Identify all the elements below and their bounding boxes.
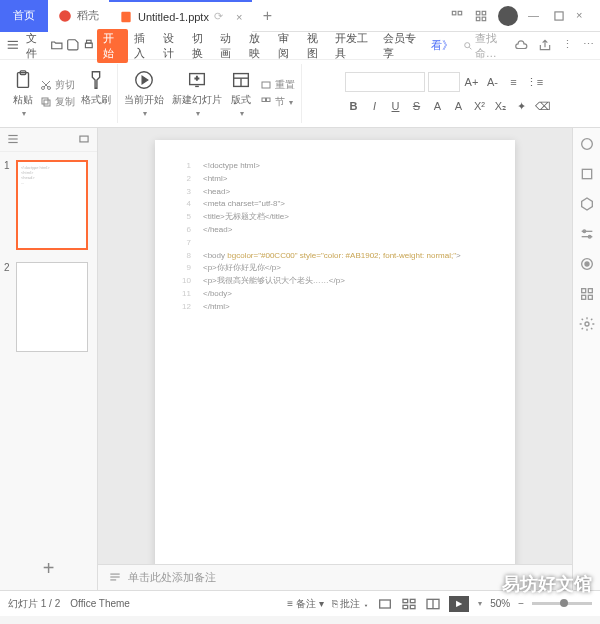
font-size-select[interactable] [428,72,460,92]
highlight-button[interactable]: A [450,97,468,115]
zoom-thumb[interactable] [560,599,568,607]
menu-view[interactable]: 视图 [303,29,330,63]
font-color-button[interactable]: A [429,97,447,115]
hamburger-icon[interactable] [6,38,20,54]
object-panel-icon[interactable] [579,196,595,212]
toolbar: 粘贴▾ 剪切 复制 格式刷 当前开始▾ + 新建幻灯片▾ 版式 [0,60,600,128]
effects-button[interactable]: ✦ [513,97,531,115]
outline-icon[interactable] [6,132,20,148]
apps-icon[interactable] [474,9,488,23]
menu-devtools[interactable]: 开发工具 [331,29,377,63]
sorter-view-icon[interactable] [401,596,417,612]
menu-file[interactable]: 文件 [22,29,49,63]
svg-rect-13 [86,40,91,43]
cloud-icon[interactable] [514,38,528,54]
slide-canvas[interactable]: 1<!doctype html>2<html>3<head>4<meta cha… [155,140,515,564]
menu-begin[interactable]: 开始 [97,29,128,63]
design-panel-icon[interactable] [579,136,595,152]
folder-icon[interactable] [50,38,64,54]
zoom-slider[interactable] [532,602,592,605]
font-shrink-button[interactable]: A- [484,73,502,91]
kebab-icon[interactable]: ⋮ [562,38,573,54]
close-icon[interactable]: × [236,11,242,23]
notes-toggle[interactable]: ≡ 备注 ▾ [287,597,323,611]
svg-rect-3 [458,11,462,15]
clear-format-button[interactable]: ⌫ [534,97,552,115]
canvas-area[interactable]: 1<!doctype html>2<html>3<head>4<meta cha… [98,128,572,564]
adjust-panel-icon[interactable] [579,226,595,242]
reading-view-icon[interactable] [425,596,441,612]
strike-button[interactable]: S [408,97,426,115]
grid-icon[interactable] [450,9,464,23]
more-icon[interactable]: ⋯ [583,38,594,54]
zoom-out-button[interactable]: − [518,598,524,609]
menu-search[interactable]: 查找命… [463,31,512,61]
menu-transition[interactable]: 切换 [188,29,215,63]
ppt-icon [119,10,133,24]
subscript-button[interactable]: X₂ [492,97,510,115]
thumbnail-1[interactable]: <!doctype html><html><head>... [16,160,88,250]
svg-rect-5 [482,11,486,15]
reset-button[interactable]: 重置 [260,78,295,92]
close-window-icon[interactable]: × [576,9,590,23]
add-slide-button[interactable]: + [0,547,97,590]
print-icon[interactable] [82,38,96,54]
settings-panel-icon[interactable] [579,316,595,332]
tab-document[interactable]: Untitled-1.pptx ⟳ × [109,0,252,32]
tab-refresh-icon[interactable]: ⟳ [214,10,223,23]
normal-view-icon[interactable] [377,596,393,612]
bold-button[interactable]: B [345,97,363,115]
collapse-icon[interactable] [77,132,91,148]
minimize-icon[interactable]: — [528,9,542,23]
slideshow-button[interactable]: ▶ [449,596,469,612]
new-tab-button[interactable]: + [252,7,282,25]
bullet-button[interactable]: ⋮≡ [526,73,544,91]
svg-text:+: + [195,74,199,83]
new-slide-button[interactable]: + 新建幻灯片▾ [172,69,222,118]
maximize-icon[interactable] [552,9,566,23]
font-family-select[interactable] [345,72,425,92]
menu-review[interactable]: 审阅 [274,29,301,63]
superscript-button[interactable]: X² [471,97,489,115]
tab-shell[interactable]: 稻壳 [48,0,109,32]
save-icon[interactable] [66,38,80,54]
clipboard-group: 粘贴▾ 剪切 复制 格式刷 [6,64,118,123]
menubar: 文件 开始 插入 设计 切换 动画 放映 审阅 视图 开发工具 会员专享 看》 … [0,32,600,60]
play-from-button[interactable]: 当前开始▾ [124,69,164,118]
cut-button[interactable]: 剪切 [40,78,75,92]
format-brush-button[interactable]: 格式刷 [81,69,111,118]
tab-home[interactable]: 首页 [0,0,48,32]
menu-slideshow[interactable]: 放映 [245,29,272,63]
menu-animation[interactable]: 动画 [216,29,243,63]
thumb-item-2: 2 [4,262,93,352]
menu-more[interactable]: 看》 [427,36,457,55]
shape-panel-icon[interactable] [579,166,595,182]
comments-toggle[interactable]: ⎘ 批注 ▾ [332,597,370,611]
thumbnail-2[interactable] [16,262,88,352]
new-slide-label: 新建幻灯片 [172,93,222,107]
paste-button[interactable]: 粘贴▾ [12,69,34,118]
svg-point-49 [585,262,589,266]
zoom-value[interactable]: 50% [490,598,510,609]
search-icon [463,40,473,52]
record-panel-icon[interactable] [579,256,595,272]
menu-design[interactable]: 设计 [159,29,186,63]
panel-header [0,128,97,152]
share-icon[interactable] [538,38,552,54]
avatar[interactable] [498,6,518,26]
layout-button[interactable]: 版式▾ [230,69,252,118]
slide-panel: 1 <!doctype html><html><head>... 2 + [0,128,98,590]
grid-panel-icon[interactable] [579,286,595,302]
font-grow-button[interactable]: A+ [463,73,481,91]
menu-insert[interactable]: 插入 [130,29,157,63]
italic-button[interactable]: I [366,97,384,115]
menu-vip[interactable]: 会员专享 [379,29,425,63]
new-slide-icon: + [186,69,208,91]
underline-button[interactable]: U [387,97,405,115]
titlebar: 首页 稻壳 Untitled-1.pptx ⟳ × + — × [0,0,600,32]
copy-button[interactable]: 复制 [40,95,75,109]
paste-icon [12,69,34,91]
list-button[interactable]: ≡ [505,73,523,91]
section-button[interactable]: 节▾ [260,95,295,109]
notes-bar[interactable]: 单击此处添加备注 [98,564,572,590]
